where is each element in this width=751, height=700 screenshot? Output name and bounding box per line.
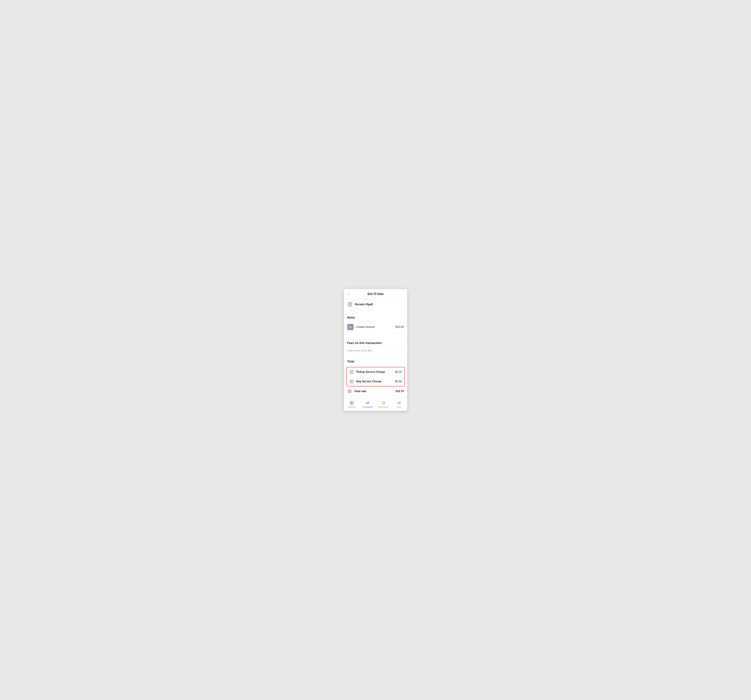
total-title: Total (347, 360, 404, 363)
highlighted-charges: Pickup Service Charge $0.20 Bag Service … (346, 367, 405, 387)
svg-rect-16 (352, 403, 354, 405)
fees-section: Fees on this transaction (344, 338, 407, 345)
item-row: Cu Custom Amount $10.00 (344, 322, 407, 333)
fees-title: Fees on this transaction (347, 341, 404, 345)
content-area: Receipt #5geE Items Cu Custom Amount $10… (344, 299, 407, 398)
bag-charge-row: Bag Service Charge $0.50 (347, 377, 405, 386)
total-sale-price: $10.70 (396, 390, 404, 393)
total-sale-icon (347, 389, 352, 393)
nav-checkout[interactable]: Checkout (344, 400, 360, 409)
receipt-row[interactable]: Receipt #5geE (344, 299, 407, 310)
phone-container: ← $10.70 Sale Receipt #5geE Items (344, 289, 407, 411)
pickup-charge-icon (349, 370, 354, 374)
items-title: Items (347, 316, 404, 319)
transactions-label: Transactions (362, 406, 373, 408)
bell-icon (381, 401, 386, 405)
svg-rect-13 (350, 401, 352, 403)
page-title: $10.70 Sale (368, 292, 383, 296)
bag-charge-name: Bag Service Charge (356, 380, 393, 383)
menu-icon (397, 401, 402, 405)
svg-rect-14 (352, 401, 354, 403)
total-sale-row: Total sale $10.70 (344, 387, 407, 396)
notifications-label: Notifications (379, 406, 388, 408)
item-name: Custom Amount (356, 325, 393, 328)
item-badge: Cu (347, 324, 354, 330)
nav-more[interactable]: More (391, 400, 407, 409)
receipt-label: Receipt #5geE (355, 303, 373, 306)
bag-charge-price: $0.50 (395, 380, 402, 383)
learn-more-link[interactable]: Learn more about fees (344, 347, 407, 354)
header: ← $10.70 Sale (344, 289, 407, 299)
total-sale-label: Total sale (354, 390, 393, 393)
checkout-label: Checkout (348, 406, 355, 408)
grid-icon (349, 401, 354, 405)
pickup-charge-price: $0.20 (395, 370, 402, 373)
total-section: Total (344, 356, 407, 363)
transfer-icon (365, 401, 370, 405)
pickup-charge-name: Pickup Service Charge (356, 370, 393, 373)
nav-transactions[interactable]: Transactions (360, 400, 376, 409)
bag-charge-icon (349, 379, 354, 384)
svg-rect-10 (348, 390, 351, 393)
items-section: Items (344, 313, 407, 319)
back-button[interactable]: ← (347, 292, 351, 296)
nav-notifications[interactable]: Notifications (376, 400, 391, 409)
receipt-icon (347, 302, 352, 307)
svg-rect-15 (350, 403, 352, 405)
item-price: $10.00 (396, 325, 404, 328)
more-label: More (397, 406, 401, 408)
svg-rect-0 (348, 302, 352, 306)
pickup-charge-row: Pickup Service Charge $0.20 (347, 367, 405, 377)
bottom-nav: Checkout Transactions Noti (344, 398, 407, 411)
